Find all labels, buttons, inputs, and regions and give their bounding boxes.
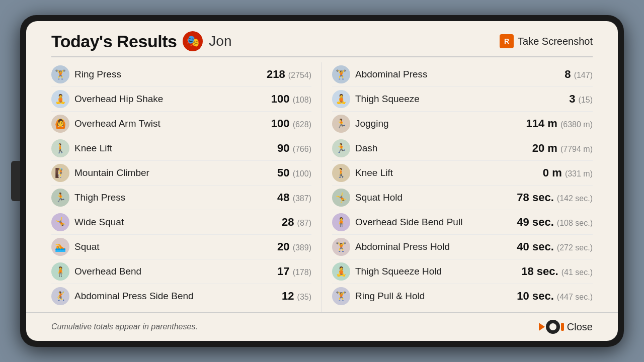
exercise-row: 🏃Jogging114 m (6380 m) bbox=[332, 112, 593, 136]
score-main: 20 m bbox=[532, 142, 560, 154]
exercise-row: 🧍Overhead Bend17 (178) bbox=[51, 259, 311, 284]
score-cumulative: (447 sec.) bbox=[557, 293, 593, 301]
exercise-score: 218 (2754) bbox=[267, 68, 311, 81]
exercise-score: 48 (387) bbox=[277, 191, 311, 204]
score-main: 18 sec. bbox=[521, 265, 561, 278]
exercise-icon: 🙆 bbox=[51, 115, 69, 133]
exercise-name: Knee Lift bbox=[355, 167, 538, 178]
exercise-icon: 🏋 bbox=[332, 287, 350, 305]
score-cumulative: (35) bbox=[297, 293, 311, 301]
exercise-name: Ring Press bbox=[74, 69, 262, 80]
header-left: Today's Results 🎭 Jon bbox=[51, 31, 232, 51]
score-cumulative: (628) bbox=[293, 120, 311, 129]
score-cumulative: (108 sec.) bbox=[557, 219, 593, 227]
score-main: 49 sec. bbox=[517, 216, 557, 228]
score-main: 100 bbox=[271, 117, 293, 130]
score-cumulative: (387) bbox=[293, 194, 311, 203]
screenshot-label: Take Screenshot bbox=[518, 36, 593, 47]
exercise-row: 🏃Thigh Press48 (387) bbox=[51, 186, 311, 210]
exercise-row: 🏊Squat20 (389) bbox=[51, 235, 311, 259]
exercise-score: 100 (108) bbox=[271, 93, 311, 106]
exercise-row: 🧘Overhead Hip Shake100 (108) bbox=[51, 87, 311, 112]
screenshot-button[interactable]: R Take Screenshot bbox=[500, 34, 593, 48]
exercise-icon: 🏋 bbox=[332, 238, 350, 256]
exercise-score: 28 (87) bbox=[282, 216, 311, 229]
exercise-icon: 🧍 bbox=[332, 213, 350, 231]
exercise-score: 49 sec. (108 sec.) bbox=[517, 216, 593, 229]
exercise-score: 10 sec. (447 sec.) bbox=[517, 290, 593, 303]
right-column: 🏋Abdominal Press8 (147)🧘Thigh Squeeze3 (… bbox=[322, 62, 593, 312]
username: Jon bbox=[209, 33, 231, 49]
score-main: 48 bbox=[277, 191, 293, 204]
exercise-icon: 🏃 bbox=[332, 139, 350, 157]
score-cumulative: (331 m) bbox=[565, 169, 593, 178]
score-cumulative: (7794 m) bbox=[560, 145, 593, 153]
exercise-name: Overhead Side Bend Pull bbox=[355, 217, 512, 228]
exercise-name: Overhead Hip Shake bbox=[74, 94, 266, 105]
exercise-name: Squat bbox=[74, 241, 272, 252]
triangle-icon bbox=[539, 323, 545, 331]
exercise-icon: 🚶 bbox=[51, 139, 69, 157]
exercise-row: 🏋Ring Pull & Hold10 sec. (447 sec.) bbox=[332, 284, 593, 308]
exercise-score: 20 (389) bbox=[277, 240, 311, 253]
exercise-name: Thigh Press bbox=[74, 192, 272, 203]
score-cumulative: (766) bbox=[293, 145, 311, 153]
exercise-score: 12 (35) bbox=[282, 290, 311, 303]
score-cumulative: (272 sec.) bbox=[557, 243, 593, 252]
exercise-row: 🧘Thigh Squeeze Hold18 sec. (41 sec.) bbox=[332, 259, 593, 284]
score-main: 28 bbox=[282, 216, 297, 228]
exercise-name: Thigh Squeeze bbox=[355, 94, 564, 105]
score-cumulative: (142 sec.) bbox=[557, 194, 593, 203]
score-main: 78 sec. bbox=[517, 191, 557, 204]
score-main: 100 bbox=[271, 93, 293, 105]
exercise-row: 🤸Wide Squat28 (87) bbox=[51, 210, 311, 235]
home-line-icon bbox=[561, 323, 564, 331]
page-title: Today's Results bbox=[51, 32, 177, 51]
exercise-row: 🤾Abdominal Press Side Bend12 (35) bbox=[51, 284, 311, 308]
score-cumulative: (389) bbox=[293, 243, 311, 252]
close-label: Close bbox=[567, 321, 593, 333]
exercise-icon: 🤸 bbox=[332, 189, 350, 207]
score-cumulative: (147) bbox=[574, 71, 593, 79]
home-circle-icon bbox=[546, 320, 560, 334]
exercise-name: Squat Hold bbox=[355, 192, 512, 203]
score-cumulative: (108) bbox=[293, 96, 311, 104]
score-main: 8 bbox=[565, 68, 574, 80]
header: Today's Results 🎭 Jon R Take Screenshot bbox=[51, 31, 593, 57]
exercise-row: 🚶Knee Lift90 (766) bbox=[51, 136, 311, 161]
exercise-name: Wide Squat bbox=[74, 217, 277, 228]
exercise-score: 90 (766) bbox=[277, 142, 311, 155]
close-button[interactable]: Close bbox=[539, 320, 593, 334]
exercise-icon: 🏊 bbox=[51, 238, 69, 256]
exercise-row: 🧍Overhead Side Bend Pull49 sec. (108 sec… bbox=[332, 210, 593, 235]
left-column: 🏋Ring Press218 (2754)🧘Overhead Hip Shake… bbox=[51, 62, 322, 312]
results-grid: 🏋Ring Press218 (2754)🧘Overhead Hip Shake… bbox=[51, 62, 593, 312]
exercise-name: Mountain Climber bbox=[74, 167, 272, 178]
score-cumulative: (100) bbox=[293, 169, 311, 178]
exercise-icon: 🏃 bbox=[51, 189, 69, 207]
exercise-row: 🏋Ring Press218 (2754) bbox=[51, 62, 311, 87]
exercise-row: 🏃Dash20 m (7794 m) bbox=[332, 136, 593, 161]
exercise-row: 🏋Abdominal Press Hold40 sec. (272 sec.) bbox=[332, 235, 593, 259]
exercise-score: 20 m (7794 m) bbox=[532, 142, 593, 155]
exercise-icon: 🧘 bbox=[51, 90, 69, 108]
side-button[interactable] bbox=[11, 161, 20, 201]
home-circle-inner bbox=[549, 323, 556, 330]
device-screen: Today's Results 🎭 Jon R Take Screenshot … bbox=[26, 21, 618, 341]
exercise-row: 🧘Thigh Squeeze3 (15) bbox=[332, 87, 593, 112]
exercise-row: 🙆Overhead Arm Twist100 (628) bbox=[51, 112, 311, 136]
exercise-name: Jogging bbox=[355, 118, 521, 129]
exercise-score: 78 sec. (142 sec.) bbox=[517, 191, 593, 204]
score-main: 90 bbox=[277, 142, 293, 154]
exercise-score: 3 (15) bbox=[569, 93, 593, 106]
exercise-row: 🏋Abdominal Press8 (147) bbox=[332, 62, 593, 87]
exercise-name: Dash bbox=[355, 143, 527, 154]
mario-icon: 🎭 bbox=[183, 31, 203, 51]
score-cumulative: (2754) bbox=[288, 71, 311, 79]
footer-note: Cumulative totals appear in parentheses. bbox=[51, 322, 198, 331]
exercise-score: 0 m (331 m) bbox=[543, 166, 593, 179]
exercise-name: Thigh Squeeze Hold bbox=[355, 266, 516, 277]
exercise-score: 8 (147) bbox=[565, 68, 593, 81]
exercise-name: Ring Pull & Hold bbox=[355, 291, 512, 302]
exercise-icon: 🤸 bbox=[51, 213, 69, 231]
